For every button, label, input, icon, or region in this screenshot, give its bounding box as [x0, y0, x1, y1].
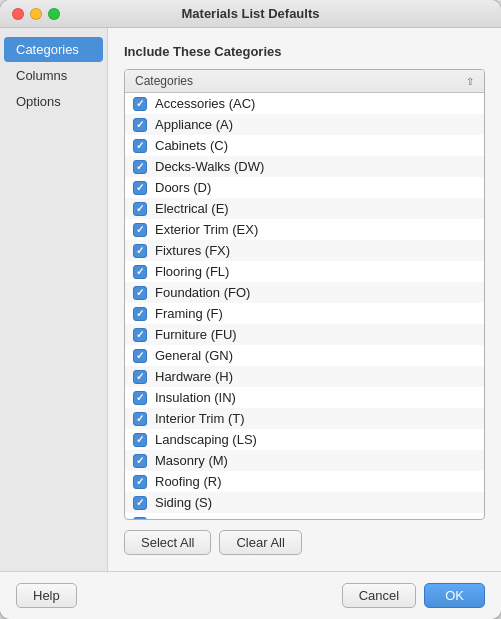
sidebar: Categories Columns Options [0, 28, 108, 571]
category-label-9: Flooring (FL) [155, 264, 229, 279]
chevron-up-icon: ⇧ [466, 76, 474, 87]
close-button[interactable] [12, 8, 24, 20]
checkbox-1[interactable] [133, 97, 147, 111]
list-item[interactable]: Electrical (E) [125, 198, 484, 219]
category-label-14: Hardware (H) [155, 369, 233, 384]
list-item[interactable]: Hardware (H) [125, 366, 484, 387]
select-all-button[interactable]: Select All [124, 530, 211, 555]
list-item[interactable]: Interior Trim (T) [125, 408, 484, 429]
list-item[interactable]: Decks-Walks (DW) [125, 156, 484, 177]
checkbox-19[interactable] [133, 475, 147, 489]
checkbox-16[interactable] [133, 412, 147, 426]
list-item[interactable]: Appliance (A) [125, 114, 484, 135]
checkbox-8[interactable] [133, 244, 147, 258]
main-panel: Include These Categories Categories ⇧ Ac… [108, 28, 501, 571]
checkbox-13[interactable] [133, 349, 147, 363]
category-label-7: Exterior Trim (EX) [155, 222, 258, 237]
checkbox-7[interactable] [133, 223, 147, 237]
category-label-15: Insulation (IN) [155, 390, 236, 405]
checkbox-2[interactable] [133, 118, 147, 132]
list-item[interactable]: Masonry (M) [125, 450, 484, 471]
category-label-13: General (GN) [155, 348, 233, 363]
checkbox-11[interactable] [133, 307, 147, 321]
category-label-12: Furniture (FU) [155, 327, 237, 342]
list-item[interactable]: Cabinets (C) [125, 135, 484, 156]
maximize-button[interactable] [48, 8, 60, 20]
minimize-button[interactable] [30, 8, 42, 20]
category-label-21: Subfloor (SF) [155, 516, 232, 519]
list-header-label: Categories [135, 74, 193, 88]
titlebar: Materials List Defaults [0, 0, 501, 28]
category-label-2: Appliance (A) [155, 117, 233, 132]
category-label-4: Decks-Walks (DW) [155, 159, 264, 174]
help-button[interactable]: Help [16, 583, 77, 608]
list-item[interactable]: Doors (D) [125, 177, 484, 198]
category-label-17: Landscaping (LS) [155, 432, 257, 447]
checkbox-9[interactable] [133, 265, 147, 279]
list-item[interactable]: Flooring (FL) [125, 261, 484, 282]
checkbox-10[interactable] [133, 286, 147, 300]
list-item[interactable]: Furniture (FU) [125, 324, 484, 345]
sidebar-item-categories[interactable]: Categories [4, 37, 103, 62]
category-label-19: Roofing (R) [155, 474, 221, 489]
sidebar-item-columns[interactable]: Columns [4, 63, 103, 88]
list-header: Categories ⇧ [125, 70, 484, 93]
category-label-20: Siding (S) [155, 495, 212, 510]
list-item[interactable]: Fixtures (FX) [125, 240, 484, 261]
footer: Help Cancel OK [0, 571, 501, 619]
category-label-18: Masonry (M) [155, 453, 228, 468]
checkbox-4[interactable] [133, 160, 147, 174]
checkbox-12[interactable] [133, 328, 147, 342]
cancel-button[interactable]: Cancel [342, 583, 416, 608]
list-item[interactable]: Foundation (FO) [125, 282, 484, 303]
list-item[interactable]: Subfloor (SF) [125, 513, 484, 519]
list-item[interactable]: Landscaping (LS) [125, 429, 484, 450]
section-title: Include These Categories [124, 44, 485, 59]
categories-list-container: Categories ⇧ Accessories (AC)Appliance (… [124, 69, 485, 520]
list-item[interactable]: Roofing (R) [125, 471, 484, 492]
window-title: Materials List Defaults [182, 6, 320, 21]
category-label-11: Framing (F) [155, 306, 223, 321]
categories-list-body[interactable]: Accessories (AC)Appliance (A)Cabinets (C… [125, 93, 484, 519]
clear-all-button[interactable]: Clear All [219, 530, 301, 555]
list-item[interactable]: Accessories (AC) [125, 93, 484, 114]
checkbox-6[interactable] [133, 202, 147, 216]
footer-right-buttons: Cancel OK [342, 583, 485, 608]
category-label-5: Doors (D) [155, 180, 211, 195]
category-label-3: Cabinets (C) [155, 138, 228, 153]
list-item[interactable]: Siding (S) [125, 492, 484, 513]
category-label-1: Accessories (AC) [155, 96, 255, 111]
checkbox-17[interactable] [133, 433, 147, 447]
action-buttons: Select All Clear All [124, 530, 485, 555]
category-label-10: Foundation (FO) [155, 285, 250, 300]
category-label-6: Electrical (E) [155, 201, 229, 216]
checkbox-21[interactable] [133, 517, 147, 520]
checkbox-15[interactable] [133, 391, 147, 405]
checkbox-20[interactable] [133, 496, 147, 510]
category-label-8: Fixtures (FX) [155, 243, 230, 258]
content-area: Categories Columns Options Include These… [0, 28, 501, 571]
sidebar-item-options[interactable]: Options [4, 89, 103, 114]
checkbox-5[interactable] [133, 181, 147, 195]
list-item[interactable]: General (GN) [125, 345, 484, 366]
checkbox-14[interactable] [133, 370, 147, 384]
list-item[interactable]: Exterior Trim (EX) [125, 219, 484, 240]
checkbox-3[interactable] [133, 139, 147, 153]
list-item[interactable]: Insulation (IN) [125, 387, 484, 408]
main-window: Materials List Defaults Categories Colum… [0, 0, 501, 619]
checkbox-18[interactable] [133, 454, 147, 468]
list-item[interactable]: Framing (F) [125, 303, 484, 324]
traffic-lights [12, 8, 60, 20]
ok-button[interactable]: OK [424, 583, 485, 608]
category-label-16: Interior Trim (T) [155, 411, 245, 426]
